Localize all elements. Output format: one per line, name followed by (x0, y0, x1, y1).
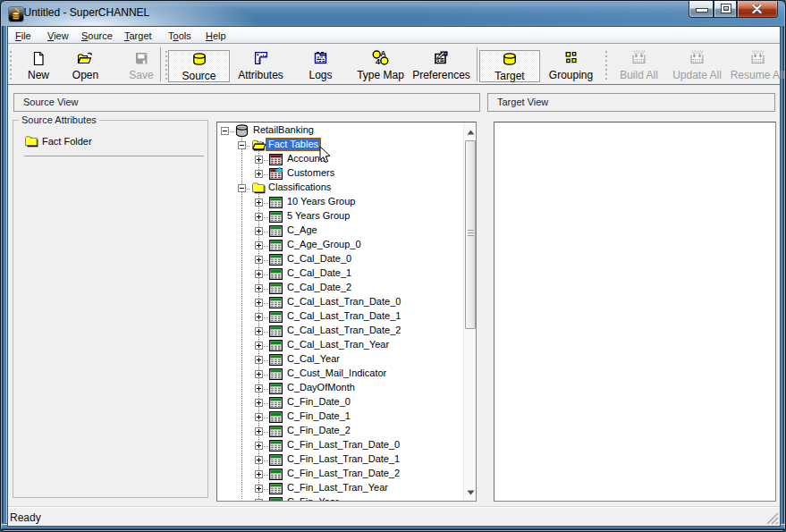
svg-text:4: 4 (376, 57, 380, 65)
svg-text:A: A (380, 50, 386, 58)
